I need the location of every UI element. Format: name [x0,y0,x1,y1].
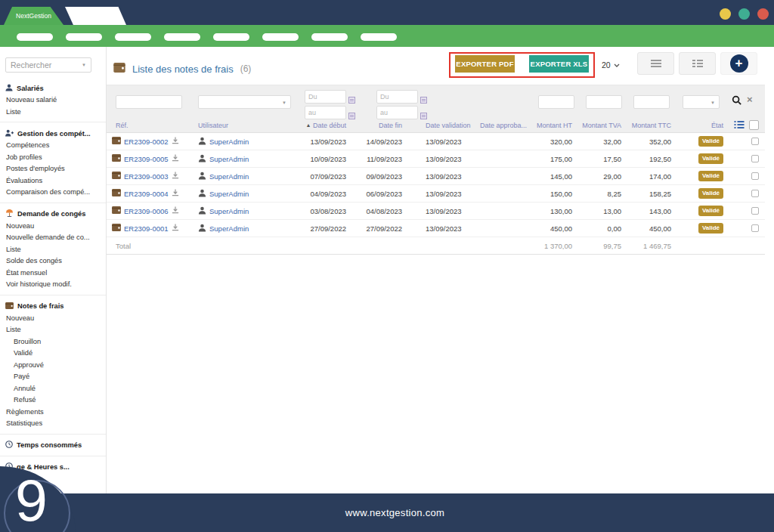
sidebar-item[interactable]: Liste [0,244,106,256]
sidebar-item[interactable]: Annulé [0,383,106,395]
sidebar-item[interactable]: Solde des congés [0,255,106,268]
menu-pill[interactable] [213,33,249,41]
user-link[interactable]: SuperAdmin [209,138,249,146]
sidebar-item[interactable]: Nouveau [0,313,106,325]
col-amount-tva[interactable]: Montant TVA [574,122,623,129]
window-dot[interactable] [738,8,750,20]
row-checkbox[interactable] [751,138,759,145]
filter-ttc-input[interactable] [633,95,670,109]
user-link[interactable]: SuperAdmin [209,224,249,233]
download-icon[interactable] [172,224,179,233]
add-button[interactable]: + [730,54,748,73]
menu-pill[interactable] [164,33,200,41]
row-checkbox[interactable] [751,155,759,162]
menu-pill[interactable] [17,33,53,41]
col-amount-ttc[interactable]: Montant TTC [623,122,673,129]
secondary-tab[interactable] [65,7,126,25]
download-icon[interactable] [172,137,179,146]
clear-filter-icon[interactable]: × [747,94,753,105]
filter-status-select[interactable]: ▼ [683,95,720,109]
page-size-select[interactable]: 20 [602,60,620,70]
filter-datestart-from-input[interactable]: Du [305,90,346,104]
expense-ref-link[interactable]: ER2309-0003 [124,172,169,181]
view-list-button[interactable] [637,52,674,75]
brand-tab[interactable]: NextGestion [4,7,63,25]
sidebar-item[interactable]: Liste [0,324,106,336]
filter-ht-input[interactable] [538,95,574,109]
col-date-approval[interactable]: Date approba... [473,122,531,129]
sidebar-item[interactable]: Comparaison des compé... [0,187,106,199]
sidebar-item[interactable]: Approuvé [0,360,106,372]
col-date-end[interactable]: Date fin [348,122,404,129]
menu-pill[interactable] [66,33,102,41]
filter-dateend-to-input[interactable]: au [376,106,418,119]
row-checkbox[interactable] [751,224,759,232]
sidebar-item[interactable]: Évaluations [0,175,106,187]
sidebar-section-header[interactable]: Demande de congés [0,208,106,221]
menu-pill[interactable] [115,33,151,41]
sidebar-item[interactable]: Règlements [0,407,106,419]
col-ref[interactable]: Réf. [112,122,198,129]
sidebar-item[interactable]: Compétences [0,140,106,152]
expense-ref-link[interactable]: ER2309-0006 [124,207,169,215]
download-icon[interactable] [172,172,179,181]
filter-datestart-to-input[interactable]: au [305,106,346,119]
calendar-icon[interactable] [348,93,355,107]
calendar-icon[interactable] [420,93,427,107]
download-icon[interactable] [172,154,179,163]
window-dot[interactable] [757,8,769,20]
sidebar-item[interactable]: Validé [0,348,106,360]
download-icon[interactable] [172,189,179,198]
user-link[interactable]: SuperAdmin [209,190,249,198]
filter-dateend-from-input[interactable]: Du [376,90,418,104]
sidebar-item[interactable]: Payé [0,371,106,383]
calendar-icon[interactable] [420,109,427,122]
user-link[interactable]: SuperAdmin [209,155,249,163]
row-checkbox[interactable] [751,190,759,197]
filter-user-select[interactable]: ▼ [198,95,291,109]
row-checkbox[interactable] [751,207,759,215]
sidebar-section-header[interactable]: Salariés [0,82,106,94]
window-dot[interactable] [720,8,731,20]
sidebar-item[interactable]: Postes d'employés [0,163,106,175]
export-pdf-button[interactable]: EXPORTER PDF [455,55,515,73]
menu-pill[interactable] [311,33,348,41]
calendar-icon[interactable] [348,109,355,122]
column-config-icon[interactable] [734,121,745,129]
sidebar-item[interactable]: Refusé [0,394,106,407]
expense-ref-link[interactable]: ER2309-0001 [124,224,169,233]
search-submit-icon[interactable] [732,95,742,109]
sidebar-section-header[interactable]: Temps consommés [0,439,106,452]
col-date-validation[interactable]: Date validation [404,122,473,129]
sidebar-section-header[interactable]: Notes de frais [0,300,106,313]
row-checkbox[interactable] [751,172,759,180]
user-link[interactable]: SuperAdmin [209,207,249,215]
search-input[interactable]: Rechercher ▼ [5,57,91,73]
col-date-start[interactable]: ▲ Date début [304,122,348,129]
sidebar-item[interactable]: État mensuel [0,268,106,280]
col-status[interactable]: État [673,122,725,129]
sidebar-item[interactable]: Statistiques [0,418,106,430]
view-grid-button[interactable] [679,52,716,75]
filter-tva-input[interactable] [586,95,622,109]
sidebar-item[interactable]: Liste [0,107,106,119]
export-xls-button[interactable]: EXPORTER XLS [529,55,589,73]
col-amount-ht[interactable]: Montant HT [531,122,574,129]
menu-pill[interactable] [361,33,397,41]
user-link[interactable]: SuperAdmin [209,172,249,181]
expense-ref-link[interactable]: ER2309-0002 [124,138,169,146]
sidebar-section-header[interactable]: Gestion des compét... [0,127,106,140]
menu-pill[interactable] [262,33,299,41]
download-icon[interactable] [172,206,179,215]
col-user[interactable]: Utilisateur [198,122,304,129]
expense-ref-link[interactable]: ER2309-0004 [124,190,169,198]
filter-ref-input[interactable] [116,95,182,109]
sidebar-item[interactable]: Brouillon [0,336,106,348]
sidebar-item[interactable]: Nouveau [0,221,106,233]
select-all-checkbox[interactable] [749,120,759,130]
sidebar-item[interactable]: Nouvelle demande de co... [0,232,106,244]
sidebar-item[interactable]: Job profiles [0,152,106,164]
sidebar-item[interactable]: Nouveau salarié [0,94,106,107]
sidebar-item[interactable]: Voir historique modif. [0,279,106,291]
expense-ref-link[interactable]: ER2309-0005 [124,155,169,163]
